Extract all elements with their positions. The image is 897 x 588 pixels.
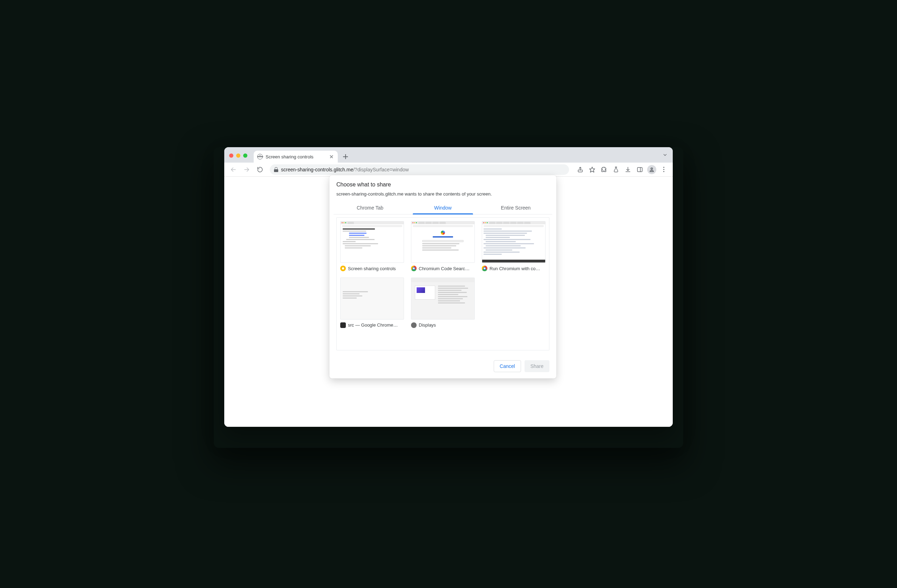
lock-icon xyxy=(274,167,278,172)
window-minimize-button[interactable] xyxy=(236,153,240,158)
window-label: Chromium Code Searc… xyxy=(419,266,470,271)
window-option[interactable]: Run Chromium with co… xyxy=(482,221,546,271)
window-thumbnail xyxy=(340,221,404,263)
new-tab-button[interactable] xyxy=(341,152,351,162)
share-button[interactable]: Share xyxy=(525,360,550,372)
window-controls xyxy=(229,153,247,158)
toolbar: screen-sharing-controls.glitch.me/?displ… xyxy=(224,162,673,177)
window-option[interactable]: Chromium Code Searc… xyxy=(411,221,475,271)
window-option[interactable]: Displays xyxy=(411,277,475,328)
side-panel-button[interactable] xyxy=(634,164,645,175)
avatar-icon xyxy=(647,165,656,174)
app-icon xyxy=(411,266,416,271)
tab-entire-screen[interactable]: Entire Screen xyxy=(479,202,552,214)
address-bar[interactable]: screen-sharing-controls.glitch.me/?displ… xyxy=(270,164,569,175)
window-label: src — Google Chrome… xyxy=(348,322,398,328)
tab-chrome-tab[interactable]: Chrome Tab xyxy=(334,202,406,214)
tabs-dropdown-button[interactable] xyxy=(662,152,668,158)
downloads-button[interactable] xyxy=(622,164,634,175)
tab-title: Screen sharing controls xyxy=(266,154,326,159)
share-page-button[interactable] xyxy=(575,164,586,175)
tab-window[interactable]: Window xyxy=(406,202,479,214)
app-icon xyxy=(340,266,346,271)
window-label: Run Chromium with co… xyxy=(490,266,540,271)
window-thumbnail xyxy=(340,277,404,319)
dialog-tabs: Chrome Tab Window Entire Screen xyxy=(334,202,552,214)
svg-marker-3 xyxy=(590,167,595,172)
tab-close-icon[interactable] xyxy=(329,154,334,159)
tab-strip: Screen sharing controls xyxy=(224,147,673,162)
window-label: Screen sharing controls xyxy=(348,266,396,271)
window-thumbnail xyxy=(411,277,475,319)
window-close-button[interactable] xyxy=(229,153,233,158)
app-icon xyxy=(340,322,346,328)
window-thumbnail xyxy=(482,221,546,263)
bookmark-button[interactable] xyxy=(586,164,598,175)
globe-icon xyxy=(257,154,263,159)
window-thumbnail xyxy=(411,221,475,263)
page-content: Choose what to share screen-sharing-cont… xyxy=(224,177,673,427)
nav-reload-button[interactable] xyxy=(254,164,266,175)
chrome-menu-button[interactable] xyxy=(658,164,669,175)
browser-tab[interactable]: Screen sharing controls xyxy=(254,151,338,162)
nav-forward-button[interactable] xyxy=(241,164,252,175)
extensions-button[interactable] xyxy=(599,164,610,175)
app-icon xyxy=(482,266,487,271)
svg-point-7 xyxy=(651,167,652,169)
nav-back-button[interactable] xyxy=(228,164,239,175)
labs-button[interactable] xyxy=(611,164,621,175)
svg-rect-5 xyxy=(637,167,642,172)
window-zoom-button[interactable] xyxy=(243,153,247,158)
window-option[interactable]: Screen sharing controls xyxy=(340,221,404,271)
app-icon xyxy=(411,322,416,328)
profile-button[interactable] xyxy=(646,164,657,175)
dialog-actions: Cancel Share xyxy=(329,360,556,372)
browser-window: Screen sharing controls xyxy=(224,147,673,427)
plus-icon xyxy=(343,154,348,159)
window-label: Displays xyxy=(419,322,436,328)
window-option[interactable]: src — Google Chrome… xyxy=(340,277,404,328)
cancel-button[interactable]: Cancel xyxy=(494,360,521,372)
dialog-subtitle: screen-sharing-controls.glitch.me wants … xyxy=(329,191,556,200)
share-dialog: Choose what to share screen-sharing-cont… xyxy=(329,175,556,378)
url-text: screen-sharing-controls.glitch.me/?displ… xyxy=(281,167,409,172)
window-list-panel: Screen sharing controls xyxy=(336,217,550,351)
dialog-title: Choose what to share xyxy=(329,175,556,191)
